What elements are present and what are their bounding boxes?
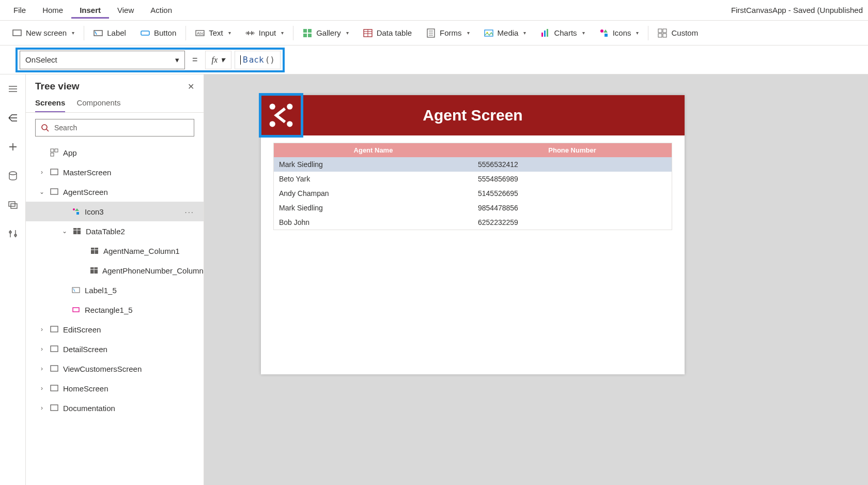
- app-icon: [50, 148, 59, 157]
- main-area: Tree view ✕ Screens Components Search Ap…: [0, 74, 868, 485]
- icon-control-icon: [71, 207, 81, 216]
- gallery-button[interactable]: Gallery ▾: [296, 25, 356, 41]
- property-selector[interactable]: OnSelect ▾: [20, 51, 185, 69]
- tab-components[interactable]: Components: [76, 98, 120, 112]
- svg-rect-10: [308, 34, 312, 37]
- search-placeholder: Search: [54, 124, 77, 132]
- tree-item-icon3[interactable]: Icon3 ···: [26, 202, 204, 221]
- menu-insert[interactable]: Insert: [71, 2, 109, 19]
- svg-rect-22: [544, 31, 546, 37]
- tree-item-editscreen[interactable]: › EditScreen: [26, 320, 204, 339]
- custom-button[interactable]: Custom: [650, 25, 705, 41]
- chevron-right-icon: ›: [38, 385, 45, 392]
- svg-point-24: [600, 29, 603, 33]
- tree-item-homescreen[interactable]: › HomeScreen: [26, 378, 204, 398]
- tree-item-rectangle1-5[interactable]: Rectangle1_5: [26, 300, 204, 320]
- text-button[interactable]: Abc Text ▾: [188, 25, 238, 41]
- tree-item-masterscreen[interactable]: › MasterScreen: [26, 162, 204, 182]
- icons-icon: [599, 28, 609, 38]
- new-screen-button[interactable]: New screen ▾: [5, 25, 82, 41]
- canvas-header-rectangle[interactable]: Agent Screen: [261, 95, 685, 135]
- button-icon: [141, 28, 150, 38]
- svg-rect-26: [658, 29, 662, 33]
- tree-view-icon[interactable]: [6, 111, 20, 125]
- search-input[interactable]: Search: [35, 119, 194, 137]
- svg-point-35: [42, 125, 47, 130]
- media-button[interactable]: Media ▾: [477, 25, 534, 41]
- cell-agentname: Andy Champan: [274, 186, 473, 201]
- tree-item-documentation[interactable]: › Documentation: [26, 398, 204, 418]
- equals-sign: =: [185, 54, 205, 65]
- screen-icon: [12, 28, 22, 38]
- formula-input[interactable]: Back(): [235, 51, 281, 69]
- menu-action[interactable]: Action: [142, 2, 180, 19]
- chevron-down-icon: ▾: [72, 30, 74, 36]
- column-header-agentname[interactable]: Agent Name: [274, 143, 473, 157]
- chevron-right-icon: ›: [38, 345, 45, 353]
- canvas-area[interactable]: Agent Screen Agent Name Phone Number Mar…: [204, 74, 868, 485]
- svg-rect-53: [72, 287, 80, 293]
- tab-screens[interactable]: Screens: [35, 98, 65, 112]
- icons-button[interactable]: Icons ▾: [592, 25, 646, 41]
- chevron-down-icon: ⌄: [61, 228, 68, 235]
- svg-rect-43: [76, 212, 79, 215]
- hamburger-icon[interactable]: [6, 82, 20, 96]
- svg-rect-40: [51, 169, 58, 175]
- chevron-right-icon: ›: [38, 326, 45, 333]
- data-icon[interactable]: [6, 169, 20, 183]
- tree-item-agentname-column[interactable]: AgentName_Column1: [26, 241, 204, 261]
- charts-button[interactable]: Charts ▾: [533, 25, 592, 41]
- button-button[interactable]: Button: [133, 25, 183, 41]
- cell-agentname: Beto Yark: [274, 172, 473, 186]
- advanced-tools-icon[interactable]: [6, 226, 20, 241]
- tree-view-title: Tree view: [35, 81, 80, 92]
- menu-home[interactable]: Home: [34, 2, 71, 19]
- tree-item-app[interactable]: App: [26, 143, 204, 162]
- data-table-button[interactable]: Data table: [356, 25, 419, 41]
- column-header-phone[interactable]: Phone Number: [473, 143, 672, 157]
- cell-agentname: Mark Siedling: [274, 201, 473, 215]
- agent-data-table[interactable]: Agent Name Phone Number Mark Siedling 55…: [273, 143, 672, 230]
- more-options-icon[interactable]: ···: [184, 207, 197, 216]
- table-row[interactable]: Beto Yark 5554856989: [274, 172, 672, 186]
- screen-small-icon: [50, 344, 59, 354]
- menu-bar: File Home Insert View Action FirstCanvas…: [0, 0, 868, 21]
- chevron-down-icon: ▾: [636, 30, 639, 36]
- fx-button[interactable]: fx ▾: [205, 51, 232, 69]
- tree-item-agentscreen[interactable]: ⌄ AgentScreen: [26, 182, 204, 202]
- input-icon: [245, 28, 255, 38]
- close-icon[interactable]: ✕: [188, 82, 194, 92]
- table-row[interactable]: Mark Siedling 5556532412: [274, 157, 672, 172]
- label-button[interactable]: Label: [86, 25, 133, 41]
- forms-button[interactable]: Forms ▾: [419, 25, 477, 41]
- table-row[interactable]: Mark Siedling 9854478856: [274, 201, 672, 215]
- ribbon-divider: [84, 26, 84, 40]
- app-canvas[interactable]: Agent Screen Agent Name Phone Number Mar…: [261, 95, 685, 374]
- screen-small-icon: [50, 403, 59, 413]
- input-button[interactable]: Input ▾: [238, 25, 291, 41]
- menu-file[interactable]: File: [5, 2, 34, 19]
- menu-view[interactable]: View: [109, 2, 142, 19]
- label-icon: [94, 28, 103, 38]
- tree-item-label1-5[interactable]: Label1_5: [26, 280, 204, 300]
- svg-rect-55: [51, 326, 58, 332]
- insert-ribbon: New screen ▾ Label Button Abc Text ▾ Inp…: [0, 21, 868, 46]
- back-icon-selected[interactable]: [259, 93, 303, 138]
- svg-rect-25: [605, 34, 608, 37]
- svg-rect-1: [94, 31, 102, 36]
- tree-item-agentphone-column[interactable]: AgentPhoneNumber_Column1: [26, 261, 204, 280]
- table-row[interactable]: Andy Champan 5145526695: [274, 186, 672, 201]
- table-row[interactable]: Bob John 6252232259: [274, 215, 672, 230]
- svg-point-30: [9, 172, 17, 175]
- screen-title-label[interactable]: Agent Screen: [423, 107, 522, 124]
- tree-item-viewcustomers[interactable]: › ViewCustomersScreen: [26, 359, 204, 378]
- svg-point-63: [287, 121, 292, 127]
- ribbon-divider: [648, 26, 648, 40]
- media-rail-icon[interactable]: [6, 198, 20, 212]
- chevron-down-icon: ⌄: [38, 188, 45, 195]
- tree-item-detailscreen[interactable]: › DetailScreen: [26, 339, 204, 359]
- tree-item-datatable2[interactable]: ⌄ DataTable2: [26, 221, 204, 241]
- svg-point-62: [270, 121, 275, 127]
- insert-icon[interactable]: [6, 140, 20, 154]
- svg-rect-8: [308, 29, 312, 33]
